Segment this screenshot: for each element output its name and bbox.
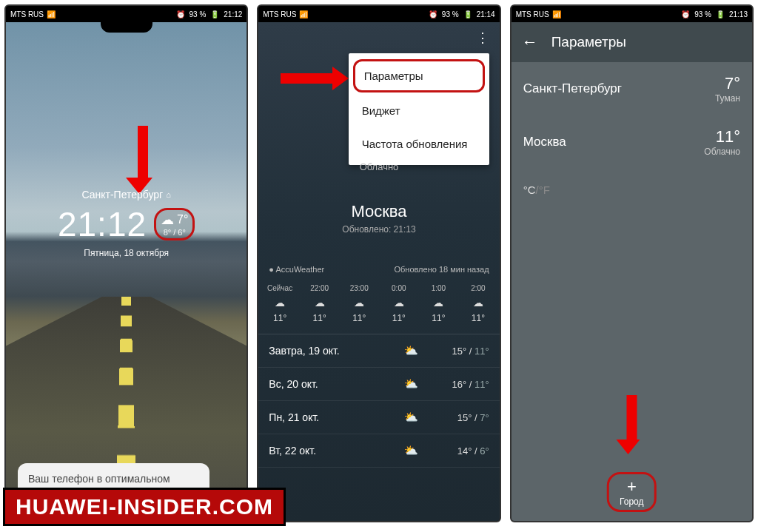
widget-date: Пятница, 18 октября bbox=[6, 248, 246, 258]
city-condition: Туман bbox=[715, 93, 740, 104]
city-condition: Облачно bbox=[704, 147, 740, 157]
arrow-annotation-icon bbox=[281, 67, 349, 90]
carrier-label: MTS RUS bbox=[10, 10, 44, 18]
cloud-icon: ☁ bbox=[339, 297, 379, 309]
overflow-menu-icon[interactable]: ⋮ bbox=[476, 30, 489, 46]
plus-icon: + bbox=[627, 479, 637, 495]
settings-header: ← Параметры bbox=[512, 22, 752, 62]
city-row[interactable]: Санкт-Петербург 7° Туман bbox=[512, 62, 752, 115]
status-bar: MTS RUS 📶 ⏰ 93 % 🔋 21:13 bbox=[512, 6, 752, 22]
city-name: Москва bbox=[523, 135, 566, 149]
menu-item-refresh-rate[interactable]: Частота обновления bbox=[349, 127, 489, 161]
daily-row[interactable]: Завтра, 19 окт. ⛅ 15° / 11° bbox=[258, 334, 499, 368]
clock-time: 21:12 bbox=[58, 204, 147, 244]
phone-settings: MTS RUS 📶 ⏰ 93 % 🔋 21:13 ← Параметры Сан… bbox=[510, 4, 754, 522]
battery-label: 93 % bbox=[694, 10, 711, 18]
daily-row[interactable]: Пн, 21 окт. ⛅ 15° / 7° bbox=[258, 401, 499, 434]
phone-weather-app: MTS RUS 📶 ⏰ 93 % 🔋 21:14 ⋮ Параметры Вид… bbox=[257, 4, 500, 522]
back-arrow-icon[interactable]: ← bbox=[522, 33, 538, 52]
status-bar: MTS RUS 📶 ⏰ 93 % 🔋 21:12 bbox=[6, 6, 246, 22]
cloud-icon: ☁ bbox=[419, 297, 459, 309]
refresh-ago-label: Обновлено 18 мин назад bbox=[394, 265, 489, 274]
updated-label: Обновлено: 21:13 bbox=[258, 224, 499, 235]
weather-box-highlight[interactable]: ☁ 7° 8° / 6° bbox=[154, 208, 195, 240]
city-row[interactable]: Москва 11° Облачно bbox=[512, 115, 752, 169]
cloud-icon: ☁ bbox=[260, 297, 300, 309]
add-city-label: Город bbox=[620, 496, 643, 507]
status-time: 21:14 bbox=[477, 10, 495, 18]
city-temp: 11° bbox=[704, 127, 740, 147]
widget-hilo: 8° / 6° bbox=[164, 228, 186, 237]
condition-label: Облачно bbox=[258, 161, 499, 172]
city-title: Москва bbox=[258, 202, 499, 221]
settings-title: Параметры bbox=[551, 34, 626, 50]
daily-row[interactable]: Вт, 22 окт. ⛅ 14° / 6° bbox=[258, 434, 499, 468]
hourly-forecast[interactable]: Сейчас☁11° 22:00☁11° 23:00☁11° 0:00☁11° … bbox=[258, 280, 499, 334]
watermark-label: HUAWEI-INSIDER.COM bbox=[3, 488, 286, 526]
status-time: 21:13 bbox=[729, 10, 748, 18]
provider-label: ● AccuWeather bbox=[269, 265, 324, 274]
carrier-label: MTS RUS bbox=[263, 10, 296, 18]
arrow-annotation-icon bbox=[134, 126, 152, 194]
partly-cloudy-icon: ⛅ bbox=[400, 411, 423, 424]
status-bar: MTS RUS 📶 ⏰ 93 % 🔋 21:14 bbox=[258, 6, 499, 22]
carrier-label: MTS RUS bbox=[516, 10, 549, 18]
widget-temp: 7° bbox=[177, 213, 188, 226]
partly-cloudy-icon: ⛅ bbox=[400, 444, 423, 457]
home-icon: ⌂ bbox=[166, 190, 171, 199]
battery-label: 93 % bbox=[190, 10, 207, 18]
cloud-icon: ☁ bbox=[300, 297, 340, 309]
arrow-annotation-icon bbox=[623, 395, 640, 454]
temperature-unit-toggle[interactable]: °C/°F bbox=[512, 169, 752, 211]
city-name: Санкт-Петербург bbox=[523, 81, 622, 96]
add-city-button[interactable]: + Город bbox=[607, 472, 656, 512]
weather-clock-widget[interactable]: Санкт-Петербург ⌂ 21:12 ☁ 7° 8° / 6° Пят… bbox=[6, 189, 246, 258]
status-time: 21:12 bbox=[224, 10, 242, 18]
overflow-menu-popup: Параметры Виджет Частота обновления bbox=[349, 53, 489, 165]
cloud-icon: ☁ bbox=[458, 297, 498, 309]
city-temp: 7° bbox=[715, 74, 740, 93]
menu-item-parameters[interactable]: Параметры bbox=[353, 59, 485, 92]
partly-cloudy-icon: ⛅ bbox=[400, 377, 423, 391]
cloud-icon: ☁ bbox=[161, 212, 174, 228]
partly-cloudy-icon: ⛅ bbox=[400, 344, 423, 357]
menu-item-widget[interactable]: Виджет bbox=[349, 94, 489, 127]
widget-city: Санкт-Петербург bbox=[81, 189, 163, 201]
battery-label: 93 % bbox=[442, 10, 459, 18]
daily-row[interactable]: Вс, 20 окт. ⛅ 16° / 11° bbox=[258, 368, 499, 401]
cloud-icon: ☁ bbox=[379, 297, 419, 309]
phone-lockscreen: MTS RUS 📶 ⏰ 93 % 🔋 21:12 Санкт-Петербург… bbox=[4, 4, 248, 522]
daily-forecast[interactable]: Завтра, 19 окт. ⛅ 15° / 11° Вс, 20 окт. … bbox=[258, 334, 499, 468]
